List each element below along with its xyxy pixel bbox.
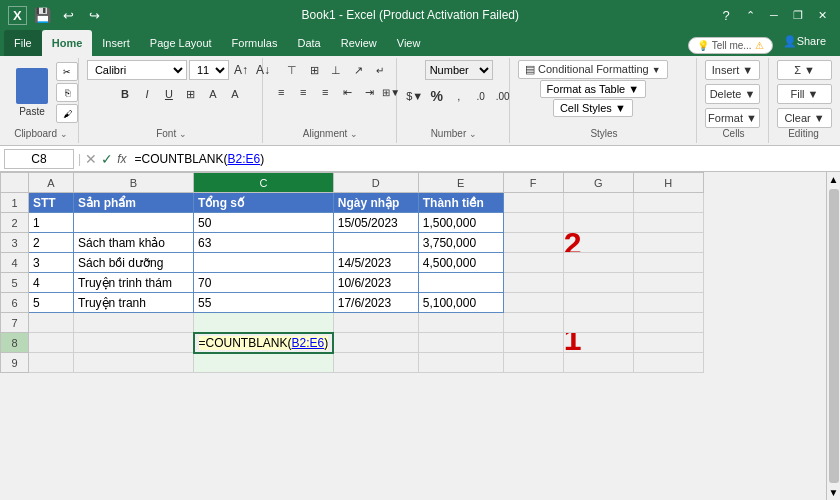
font-color-button[interactable]: A: [225, 84, 245, 104]
scroll-up-button[interactable]: ▲: [827, 172, 840, 187]
tab-pagelayout[interactable]: Page Layout: [140, 30, 222, 56]
cell-e1[interactable]: Thành tiền: [418, 193, 503, 213]
decrease-decimal-button[interactable]: .0: [471, 86, 491, 106]
orientation-button[interactable]: ↗: [348, 60, 368, 80]
bold-button[interactable]: B: [115, 84, 135, 104]
help-icon[interactable]: ?: [716, 5, 736, 25]
font-name-select[interactable]: Calibri: [87, 60, 187, 80]
cell-g1[interactable]: [563, 193, 633, 213]
cell-c7[interactable]: [194, 313, 334, 333]
comma-button[interactable]: ,: [449, 86, 469, 106]
cell-d3[interactable]: [333, 233, 418, 253]
cell-d2[interactable]: 15/05/2023: [333, 213, 418, 233]
cell-reference-box[interactable]: [4, 149, 74, 169]
cell-g6[interactable]: [563, 293, 633, 313]
fx-icon[interactable]: fx: [117, 152, 126, 166]
cell-a5[interactable]: 4: [29, 273, 74, 293]
share-button[interactable]: 👤 Share: [773, 28, 836, 54]
cell-f8[interactable]: [503, 333, 563, 353]
cell-f2[interactable]: [503, 213, 563, 233]
cell-f7[interactable]: [503, 313, 563, 333]
currency-button[interactable]: $▼: [405, 86, 425, 106]
format-button[interactable]: Format ▼: [705, 108, 760, 128]
cell-b4[interactable]: Sách bồi dưỡng: [74, 253, 194, 273]
cell-c2[interactable]: 50: [194, 213, 334, 233]
cell-h4[interactable]: [633, 253, 703, 273]
col-header-c[interactable]: C: [194, 173, 334, 193]
tab-insert[interactable]: Insert: [92, 30, 140, 56]
tab-view[interactable]: View: [387, 30, 431, 56]
cell-g9[interactable]: [563, 353, 633, 373]
restore-button[interactable]: [788, 5, 808, 25]
cell-f4[interactable]: [503, 253, 563, 273]
cell-b3[interactable]: Sách tham khảo: [74, 233, 194, 253]
fill-button[interactable]: Fill ▼: [777, 84, 832, 104]
align-center-button[interactable]: ≡: [293, 82, 313, 102]
tab-review[interactable]: Review: [331, 30, 387, 56]
cell-d1[interactable]: Ngày nhập: [333, 193, 418, 213]
col-header-b[interactable]: B: [74, 173, 194, 193]
cell-a9[interactable]: [29, 353, 74, 373]
decrease-indent-button[interactable]: ⇤: [337, 82, 357, 102]
wrap-text-button[interactable]: ↵: [370, 60, 390, 80]
cell-h9[interactable]: [633, 353, 703, 373]
increase-decimal-button[interactable]: .00: [493, 86, 513, 106]
confirm-icon[interactable]: ✓: [101, 151, 113, 167]
cell-h8[interactable]: [633, 333, 703, 353]
cell-h3[interactable]: [633, 233, 703, 253]
cell-e8[interactable]: [418, 333, 503, 353]
cell-b6[interactable]: Truyện tranh: [74, 293, 194, 313]
increase-indent-button[interactable]: ⇥: [359, 82, 379, 102]
cell-c1[interactable]: Tổng số: [194, 193, 334, 213]
cell-h7[interactable]: [633, 313, 703, 333]
cell-a8[interactable]: [29, 333, 74, 353]
align-top-button[interactable]: ⊤: [282, 60, 302, 80]
cell-a1[interactable]: STT: [29, 193, 74, 213]
cell-a4[interactable]: 3: [29, 253, 74, 273]
cell-a6[interactable]: 5: [29, 293, 74, 313]
tell-me-input[interactable]: 💡 Tell me... ⚠: [688, 37, 773, 54]
cell-f6[interactable]: [503, 293, 563, 313]
cell-b5[interactable]: Truyện trinh thám: [74, 273, 194, 293]
format-as-table-button[interactable]: Format as Table ▼: [540, 80, 647, 98]
border-button[interactable]: ⊞: [181, 84, 201, 104]
font-size-select[interactable]: 11: [189, 60, 229, 80]
minimize-button[interactable]: [764, 5, 784, 25]
ribbon-toggle-icon[interactable]: ⌃: [740, 5, 760, 25]
cell-e2[interactable]: 1,500,000: [418, 213, 503, 233]
save-icon[interactable]: 💾: [33, 5, 53, 25]
clear-button[interactable]: Clear ▼: [777, 108, 832, 128]
tab-formulas[interactable]: Formulas: [222, 30, 288, 56]
tab-data[interactable]: Data: [287, 30, 330, 56]
cell-g4[interactable]: [563, 253, 633, 273]
cell-b7[interactable]: [74, 313, 194, 333]
redo-icon[interactable]: ↪: [85, 5, 105, 25]
col-header-a[interactable]: A: [29, 173, 74, 193]
align-bottom-button[interactable]: ⊥: [326, 60, 346, 80]
cell-g3[interactable]: 2: [563, 233, 633, 253]
cell-d5[interactable]: 10/6/2023: [333, 273, 418, 293]
cell-g7[interactable]: [563, 313, 633, 333]
col-header-h[interactable]: H: [633, 173, 703, 193]
cell-g2[interactable]: [563, 213, 633, 233]
fill-color-button[interactable]: A: [203, 84, 223, 104]
cell-c6[interactable]: 55: [194, 293, 334, 313]
cell-g5[interactable]: [563, 273, 633, 293]
cell-h1[interactable]: [633, 193, 703, 213]
vertical-scrollbar[interactable]: ▲ ▼: [826, 172, 840, 500]
cell-e5[interactable]: [418, 273, 503, 293]
conditional-formatting-button[interactable]: ▤ Conditional Formatting ▼: [518, 60, 668, 79]
tab-file[interactable]: File: [4, 30, 42, 56]
cell-c4[interactable]: [194, 253, 334, 273]
cell-e9[interactable]: [418, 353, 503, 373]
align-left-button[interactable]: ≡: [271, 82, 291, 102]
cell-c8[interactable]: =COUNTBLANK(B2:E6): [194, 333, 334, 353]
percent-button[interactable]: %: [427, 86, 447, 106]
align-right-button[interactable]: ≡: [315, 82, 335, 102]
cut-button[interactable]: ✂: [56, 62, 78, 81]
paste-button[interactable]: Paste: [10, 60, 54, 124]
cell-h2[interactable]: [633, 213, 703, 233]
number-format-select[interactable]: Number: [425, 60, 493, 80]
cell-d4[interactable]: 14/5/2023: [333, 253, 418, 273]
cell-f5[interactable]: [503, 273, 563, 293]
